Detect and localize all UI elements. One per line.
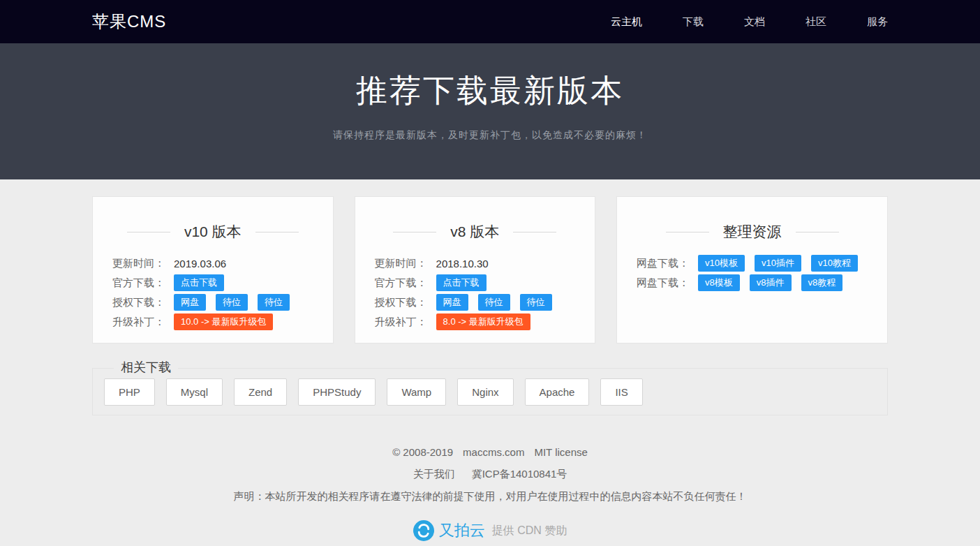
download-button[interactable]: v8模板 — [698, 274, 740, 291]
sponsor-note: 提供 CDN 赞助 — [492, 524, 567, 538]
card-body: 更新时间：2019.03.06官方下载：点击下载授权下载：网盘待位待位升级补丁：… — [112, 253, 313, 332]
sponsor-line: 又拍云 提供 CDN 赞助 — [92, 520, 888, 541]
related-downloads-box: 相关下载 PHPMysqlZendPHPStudyWampNginxApache… — [92, 368, 888, 415]
related-item-wamp[interactable]: Wamp — [387, 378, 446, 406]
download-button[interactable]: 点击下载 — [174, 274, 224, 291]
row-label: 升级补丁： — [112, 316, 174, 329]
card-row: 网盘下载：v8模板v8插件v8教程 — [637, 273, 868, 293]
card-row: 授权下载：网盘待位待位 — [112, 293, 313, 312]
card-title-row: 整理资源 — [637, 222, 868, 242]
row-label: 官方下载： — [375, 276, 436, 290]
download-button[interactable]: 8.0 -> 最新版升级包 — [436, 313, 530, 330]
license-text: MIT license — [534, 446, 587, 458]
download-button[interactable]: 点击下载 — [436, 274, 487, 291]
top-navbar: 苹果CMS 云主机下载文档社区服务 — [0, 0, 980, 43]
download-button[interactable]: 待位 — [520, 294, 552, 311]
nav-item-4[interactable]: 社区 — [805, 15, 826, 29]
related-item-iis[interactable]: IIS — [600, 378, 642, 406]
domain-link[interactable]: maccms.com — [463, 446, 524, 458]
related-item-phpstudy[interactable]: PHPStudy — [298, 378, 376, 406]
sponsor-brand-link[interactable]: 又拍云 — [439, 520, 485, 541]
nav-item-2[interactable]: 下载 — [683, 15, 704, 29]
nav-item-3[interactable]: 文档 — [744, 15, 765, 29]
row-label: 授权下载： — [112, 296, 174, 309]
card-row: 授权下载：网盘待位待位 — [375, 293, 576, 312]
page-footer: © 2008-2019maccms.comMIT license 关于我们冀IC… — [92, 446, 888, 541]
download-button[interactable]: 网盘 — [436, 294, 468, 311]
download-button[interactable]: 待位 — [258, 294, 290, 311]
site-logo[interactable]: 苹果CMS — [92, 10, 166, 33]
title-divider-line — [666, 232, 709, 233]
copyright-years: © 2008-2019 — [392, 446, 453, 458]
card-title: v10 版本 — [184, 222, 242, 242]
card-row: 升级补丁：8.0 -> 最新版升级包 — [375, 312, 576, 332]
download-button[interactable]: v10教程 — [811, 255, 858, 272]
download-button[interactable]: v8教程 — [801, 274, 843, 291]
card-title-row: v10 版本 — [112, 222, 313, 242]
card-title: v8 版本 — [450, 222, 499, 242]
card-title: 整理资源 — [723, 222, 782, 242]
icp-link[interactable]: 冀ICP备14010841号 — [472, 468, 567, 480]
download-button[interactable]: v8插件 — [750, 274, 792, 291]
hero-title: 推荐下载最新版本 — [0, 70, 980, 112]
card-row: 升级补丁：10.0 -> 最新版升级包 — [112, 312, 313, 332]
title-divider-line — [513, 232, 556, 233]
copyright-line: © 2008-2019maccms.comMIT license — [92, 446, 888, 458]
hero-banner: 推荐下载最新版本 请保持程序是最新版本，及时更新补丁包，以免造成不必要的麻烦！ — [0, 43, 980, 179]
card-row: 官方下载：点击下载 — [112, 273, 313, 293]
row-label: 升级补丁： — [375, 316, 436, 329]
card-row: 官方下载：点击下载 — [375, 273, 576, 293]
card-body: 网盘下载：v10模板v10插件v10教程网盘下载：v8模板v8插件v8教程 — [637, 253, 868, 293]
upyun-cloud-logo-icon[interactable] — [413, 520, 434, 541]
row-label: 官方下载： — [112, 276, 174, 290]
related-item-nginx[interactable]: Nginx — [457, 378, 513, 406]
related-item-mysql[interactable]: Mysql — [166, 378, 223, 406]
related-item-apache[interactable]: Apache — [525, 378, 590, 406]
download-button[interactable]: 待位 — [478, 294, 510, 311]
card-title-row: v8 版本 — [375, 222, 576, 242]
row-label: 更新时间： — [112, 257, 174, 270]
row-value: 2019.03.06 — [174, 258, 226, 270]
download-button[interactable]: 待位 — [216, 294, 248, 311]
row-label: 网盘下载： — [637, 257, 698, 270]
hero-subtitle: 请保持程序是最新版本，及时更新补丁包，以免造成不必要的麻烦！ — [0, 129, 980, 142]
title-divider-line — [796, 232, 839, 233]
nav-item-5[interactable]: 服务 — [867, 15, 888, 29]
download-card: v8 版本更新时间：2018.10.30官方下载：点击下载授权下载：网盘待位待位… — [355, 196, 596, 344]
main-content: v10 版本更新时间：2019.03.06官方下载：点击下载授权下载：网盘待位待… — [92, 196, 888, 541]
download-card: 整理资源网盘下载：v10模板v10插件v10教程网盘下载：v8模板v8插件v8教… — [616, 196, 888, 344]
card-row: 网盘下载：v10模板v10插件v10教程 — [637, 253, 868, 273]
nav-links: 云主机下载文档社区服务 — [611, 15, 888, 29]
related-downloads-title: 相关下载 — [114, 359, 178, 376]
title-divider-line — [393, 232, 436, 233]
related-item-php[interactable]: PHP — [104, 378, 155, 406]
statement-line: 声明：本站所开发的相关程序请在遵守法律的前提下使用，对用户在使用过程中的信息内容… — [92, 490, 888, 503]
title-divider-line — [127, 232, 170, 233]
row-label: 网盘下载： — [637, 276, 698, 290]
card-row: 更新时间：2018.10.30 — [375, 253, 576, 273]
download-button[interactable]: v10插件 — [755, 255, 801, 272]
download-button[interactable]: v10模板 — [698, 255, 745, 272]
title-divider-line — [255, 232, 299, 233]
about-link[interactable]: 关于我们 — [413, 468, 455, 480]
row-label: 更新时间： — [375, 257, 436, 270]
download-card: v10 版本更新时间：2019.03.06官方下载：点击下载授权下载：网盘待位待… — [92, 196, 334, 344]
nav-item-1[interactable]: 云主机 — [611, 15, 642, 29]
legal-line: 关于我们冀ICP备14010841号 — [92, 468, 888, 481]
download-cards: v10 版本更新时间：2019.03.06官方下载：点击下载授权下载：网盘待位待… — [92, 196, 888, 344]
download-button[interactable]: 网盘 — [174, 294, 206, 311]
row-value: 2018.10.30 — [436, 258, 489, 270]
row-label: 授权下载： — [375, 296, 436, 309]
related-buttons: PHPMysqlZendPHPStudyWampNginxApacheIIS — [104, 378, 876, 406]
card-row: 更新时间：2019.03.06 — [112, 253, 313, 273]
download-button[interactable]: 10.0 -> 最新版升级包 — [174, 313, 273, 330]
card-body: 更新时间：2018.10.30官方下载：点击下载授权下载：网盘待位待位升级补丁：… — [375, 253, 576, 332]
related-item-zend[interactable]: Zend — [234, 378, 287, 406]
